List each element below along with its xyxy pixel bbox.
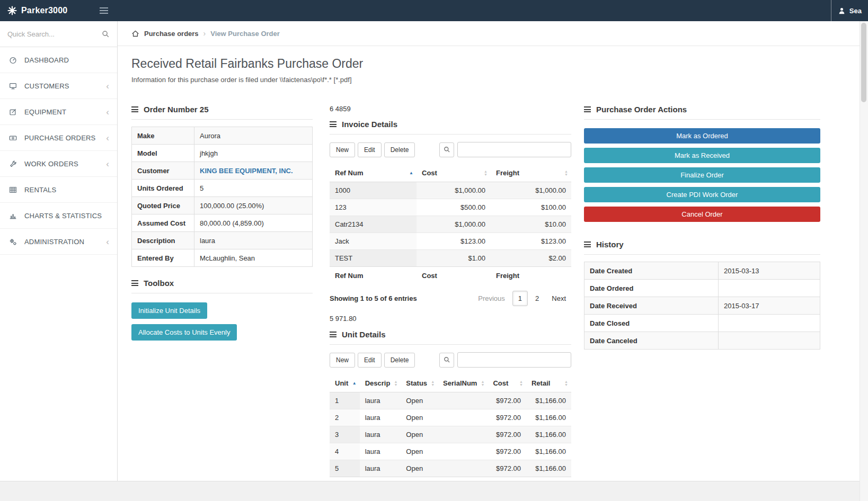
pagination-next[interactable]: Next [546,291,571,306]
sort-asc-icon: ▲ [352,382,357,385]
column-header-status[interactable]: Status ▲▼ [401,374,438,392]
pagination-page-2[interactable]: 2 [530,291,544,306]
cell-cost: $123.00 [417,233,491,250]
allocate-costs-button[interactable]: Allocate Costs to Units Evenly [131,324,237,341]
table-row[interactable]: 2 laura Open $972.00 $1,166.00 [330,409,571,426]
table-row[interactable]: TEST $1.00 $2.00 [330,250,571,267]
invoice-new-button[interactable]: New [330,142,355,157]
section-menu-icon [131,280,138,286]
sidebar-item-purchase-orders[interactable]: PURCHASE ORDERS ‹ [0,125,117,151]
unit-search-input[interactable] [457,352,571,368]
sidebar-item-label: EQUIPMENT [24,108,66,116]
cell-cost: $972.00 [488,409,526,426]
cell-retail: $1,166.00 [526,443,571,460]
cell-freight: $100.00 [491,199,571,216]
mark-as-received-button[interactable]: Mark as Received [584,148,820,163]
menu-toggle-icon[interactable] [98,5,110,16]
table-row[interactable]: 123 $500.00 $100.00 [330,199,571,216]
sidebar-item-work-orders[interactable]: WORK ORDERS ‹ [0,151,117,177]
cell-descrip: laura [360,460,401,477]
pagination: Previous 1 2 Next [473,291,571,306]
search-icon[interactable] [439,353,454,368]
home-icon[interactable] [131,30,139,38]
sort-both-icon: ▲▼ [394,380,397,387]
pagination-page-1[interactable]: 1 [512,291,528,306]
table-row[interactable]: Catr2134 $1,000.00 $10.00 [330,216,571,233]
quick-search-input[interactable] [7,30,102,38]
scrollbar-thumb[interactable] [861,23,866,102]
cancel-order-button[interactable]: Cancel Order [584,207,820,222]
table-row[interactable]: 1000 $1,000.00 $1,000.00 [330,182,571,199]
mark-as-ordered-button[interactable]: Mark as Ordered [584,128,820,144]
unit-delete-button[interactable]: Delete [384,353,415,368]
administration-icon [8,238,17,246]
sidebar-item-label: CUSTOMERS [24,82,69,90]
table-row: Entered By McLaughlin, Sean [132,249,313,267]
column-header-descrip[interactable]: Descrip ▲▼ [360,374,401,392]
sidebar-item-administration[interactable]: ADMINISTRATION ‹ [0,229,117,255]
breadcrumb-root[interactable]: Purchase orders [144,30,199,38]
column-header-cost[interactable]: Cost ▲▼ [488,374,526,392]
table-row[interactable]: Jack $123.00 $123.00 [330,233,571,250]
invoice-delete-button[interactable]: Delete [384,142,415,157]
column-header-ref-num[interactable]: Ref Num ▲ [330,164,417,182]
page-scrollbar[interactable] [860,21,868,501]
table-row[interactable]: 4 laura Open $972.00 $1,166.00 [330,443,571,460]
customer-link[interactable]: KING BEE EQUIPMENT, INC. [200,167,293,175]
brand-area: Parker3000 [0,0,118,21]
column-header-freight[interactable]: Freight ▲▼ [491,164,571,182]
section-title: Toolbox [144,279,174,288]
equipment-icon [8,108,17,116]
cell-serialnum [438,426,488,443]
sidebar-item-equipment[interactable]: EQUIPMENT ‹ [0,99,117,125]
table-row[interactable]: 3 laura Open $972.00 $1,166.00 [330,426,571,443]
footer-freight: Freight [491,267,571,285]
unit-new-button[interactable]: New [330,353,355,368]
history-table: Date Created 2015-03-13 Date Ordered Dat… [584,262,820,350]
section-menu-icon [584,106,591,112]
column-header-unit[interactable]: Unit ▲ [330,374,360,392]
sidebar-item-dashboard[interactable]: DASHBOARD [0,47,117,73]
column-header-retail[interactable]: Retail ▲▼ [526,374,571,392]
cell-ref-num: Jack [330,233,417,250]
finalize-order-button[interactable]: Finalize Order [584,167,820,183]
breadcrumb: Purchase orders › View Purchase Order [118,21,868,46]
field-value: 2015-03-17 [719,297,820,315]
table-row[interactable]: 1 laura Open $972.00 $1,166.00 [330,392,571,409]
sort-both-icon: ▲▼ [564,170,568,176]
field-value: 100,000.00 (25.00%) [194,197,313,214]
column-header-serialnum[interactable]: SerialNum ▲▼ [438,374,488,392]
column-header-cost[interactable]: Cost ▲▼ [417,164,491,182]
chevron-left-icon: ‹ [106,133,109,142]
cell-cost: $972.00 [488,426,526,443]
page-title: Received Retail Fairbanks Purchase Order [131,57,854,71]
search-icon[interactable] [439,142,454,157]
sidebar-item-charts-statistics[interactable]: CHARTS & STATISTICS [0,203,117,229]
initialize-unit-details-button[interactable]: Initialize Unit Details [131,302,207,319]
create-pdi-work-order-button[interactable]: Create PDI Work Order [584,187,820,202]
field-value: laura [194,232,313,249]
sidebar-item-rentals[interactable]: RENTALS [0,177,117,203]
search-icon[interactable] [102,30,110,38]
invoice-search-input[interactable] [457,142,571,157]
chevron-left-icon: ‹ [106,237,109,246]
pagination-previous[interactable]: Previous [473,291,510,306]
user-area[interactable]: Sea [831,0,868,21]
work-orders-icon [8,160,17,168]
unit-table: Unit ▲ Descrip ▲▼ Status ▲▼ [330,374,571,495]
table-row: Date Closed [584,315,820,332]
field-label: Assumed Cost [132,214,194,232]
cell-freight: $1,000.00 [491,182,571,199]
sidebar-item-customers[interactable]: CUSTOMERS ‹ [0,73,117,99]
field-value: Aurora [194,127,313,145]
toolbox-heading: Toolbox [131,279,313,288]
invoice-edit-button[interactable]: Edit [358,142,382,157]
table-row: Description laura [132,232,313,249]
sidebar: DASHBOARD CUSTOMERS ‹ EQUIPMENT ‹ PURCHA… [0,21,118,501]
unit-edit-button[interactable]: Edit [358,353,382,368]
cell-cost: $500.00 [417,199,491,216]
table-row[interactable]: 5 laura Open $972.00 $1,166.00 [330,460,571,477]
sort-both-icon: ▲▼ [564,380,568,387]
field-label: Units Ordered [132,180,194,197]
cell-unit: 5 [330,460,360,477]
